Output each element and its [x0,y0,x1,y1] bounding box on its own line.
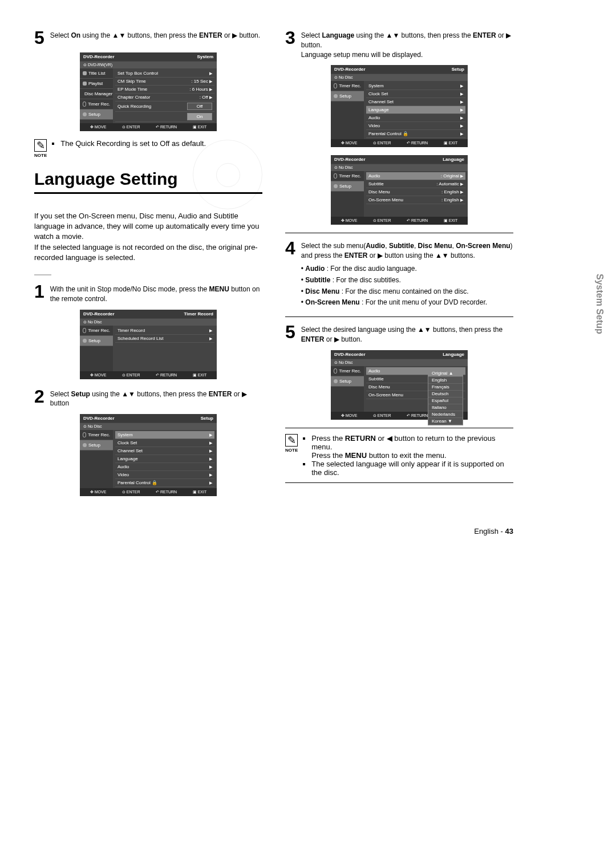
step-number: 3 [285,29,295,47]
step-3: 3 Select Language using the ▲▼ buttons, … [285,29,513,59]
step-number: 4 [285,239,295,257]
osd-language-dropdown: DVD-RecorderLanguage ⊙ No Disc Timer Rec… [331,350,468,420]
note-icon: ✎ [285,434,298,447]
section-title: Language Setting [34,169,262,194]
note-label: NOTE [34,153,47,158]
step-1: 1 With the unit in Stop mode/No Disc mod… [34,282,262,304]
note-quick-recording: ✎ NOTE The Quick Recording is set to Off… [34,139,262,158]
step-5-left: 5 Select On using the ▲▼ buttons, then p… [34,29,262,47]
step-4: 4 Select the sub menu(Audio, Subtitle, D… [285,239,513,311]
osd-setup-lang: DVD-RecorderSetup ⊙ No Disc Timer Rec.Se… [331,65,468,147]
intro-text: If you set the On-Screen menu, Disc menu… [34,211,262,263]
right-column: 3 Select Language using the ▲▼ buttons, … [285,23,513,504]
step-number: 5 [34,29,44,47]
step-5-right: 5 Select the desired language using the … [285,323,513,344]
step-text: Select On using the ▲▼ buttons, then pre… [50,29,260,40]
note-label: NOTE [285,448,298,453]
step-number: 2 [34,387,44,405]
step-2: 2 Select Setup using the ▲▼ buttons, the… [34,387,262,409]
step-number: 1 [34,282,44,301]
osd-language: DVD-RecorderLanguage ⊙ No Disc Timer Rec… [331,155,468,225]
left-column: 5 Select On using the ▲▼ buttons, then p… [34,23,262,504]
page-footer: English - 43 [34,527,513,535]
osd-system: DVD-RecorderSystem ⊙ DVD-RW(VR) Title Li… [80,52,217,131]
submenu-bullets: Audio : For the disc audio language.Subt… [301,264,513,307]
osd-timer-record: DVD-RecorderTimer Record ⊙ No Disc Timer… [80,310,217,379]
note-icon: ✎ [34,139,47,152]
step-number: 5 [285,323,295,341]
osd-setup: DVD-RecorderSetup ⊙ No Disc Timer Rec.Se… [80,414,217,496]
note-return: ✎ NOTE Press the RETURN or ◀ button to r… [285,434,513,477]
